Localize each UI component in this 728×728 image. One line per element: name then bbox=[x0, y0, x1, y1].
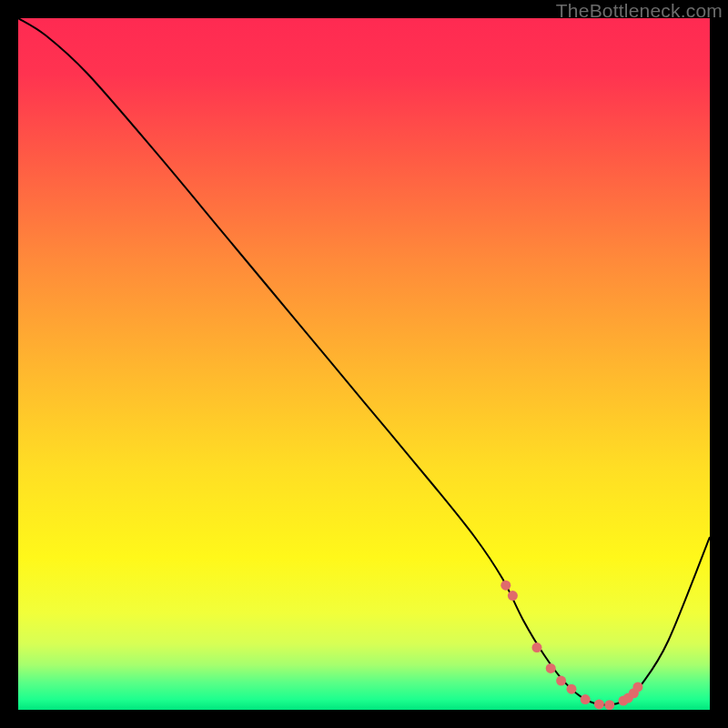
chart-stage: TheBottleneck.com bbox=[0, 0, 728, 728]
bottleneck-chart bbox=[18, 18, 710, 710]
highlight-dot bbox=[594, 699, 604, 709]
highlight-dot bbox=[567, 684, 577, 694]
highlight-dot bbox=[632, 682, 642, 692]
highlight-dot bbox=[604, 700, 614, 710]
gradient-background bbox=[18, 18, 710, 710]
highlight-dot bbox=[546, 663, 556, 673]
highlight-dot bbox=[581, 694, 591, 704]
highlight-dot bbox=[500, 581, 511, 591]
highlight-dot bbox=[556, 676, 566, 686]
highlight-dot bbox=[532, 642, 542, 652]
highlight-dot bbox=[508, 591, 518, 601]
watermark-text: TheBottleneck.com bbox=[556, 0, 723, 22]
